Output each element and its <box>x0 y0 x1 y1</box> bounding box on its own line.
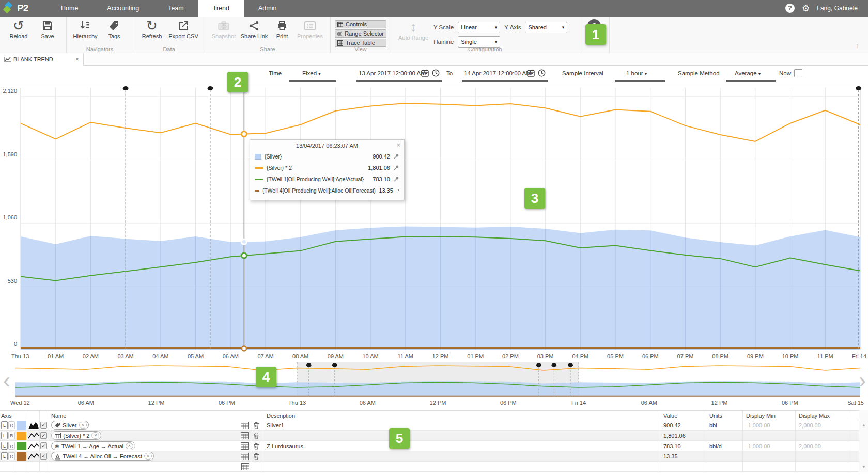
style-line-icon[interactable] <box>27 451 40 461</box>
color-swatch[interactable] <box>17 421 26 430</box>
trace-row-empty[interactable] <box>0 462 859 472</box>
style-area-icon[interactable] <box>27 420 40 430</box>
visible-checkbox[interactable]: ✓ <box>40 453 47 460</box>
visible-checkbox[interactable]: ✓ <box>40 432 47 439</box>
color-swatch[interactable] <box>17 452 26 461</box>
display-max-field[interactable]: 2,000.00 <box>796 420 848 430</box>
scroll-down-icon[interactable]: ▼ <box>862 465 866 469</box>
hierarchy-button[interactable]: Hierarchy <box>71 18 100 39</box>
menu-item-accounting[interactable]: Accounting <box>92 0 153 17</box>
clock-icon[interactable] <box>538 69 546 78</box>
refresh-label: Refresh <box>142 33 162 39</box>
style-line-icon[interactable] <box>27 441 40 451</box>
snapshot-button: Snapshot <box>209 18 238 39</box>
display-min-field[interactable] <box>743 451 796 461</box>
p2-logo-text: P2 <box>17 3 28 14</box>
color-swatch[interactable] <box>17 432 26 440</box>
display-max-field[interactable]: 2,000.00 <box>796 441 848 451</box>
trend-chart[interactable]: Thu 1301 AM02 AM03 AM04 AM05 AM06 AM07 A… <box>0 84 868 361</box>
now-checkbox[interactable] <box>794 69 802 77</box>
time-label: Time <box>269 70 282 76</box>
trash-icon[interactable] <box>253 422 259 429</box>
calculator-icon[interactable] <box>241 422 249 429</box>
y-axis-select[interactable]: Shared ▾ <box>525 22 567 33</box>
save-button[interactable]: Save <box>33 18 62 39</box>
scroll-up-icon[interactable]: ▲ <box>862 423 866 427</box>
sample-interval-dropdown[interactable]: 1 hour ▾ <box>626 70 647 76</box>
trash-icon[interactable] <box>253 442 259 450</box>
trace-chip-twell4[interactable]: TWell 4 → Alloc Oil → Forecast × <box>51 452 154 461</box>
export-csv-button[interactable]: Export CSV <box>166 18 200 39</box>
ribbon-group-view: Controls Range Selector Trace Table View <box>331 17 391 53</box>
axis-left-button[interactable]: L <box>1 452 8 460</box>
tab-close-icon[interactable]: × <box>75 56 79 63</box>
calendar-icon[interactable] <box>527 69 535 78</box>
trace-chip-silver2[interactable]: {Silver} * 2 × <box>51 431 101 440</box>
visible-checkbox[interactable]: ✓ <box>40 442 47 449</box>
visible-checkbox[interactable]: ✓ <box>40 422 47 429</box>
display-max-field[interactable] <box>796 451 848 461</box>
trash-icon[interactable] <box>253 432 259 439</box>
remove-trace-icon[interactable]: × <box>79 422 87 429</box>
svg-text:03 PM: 03 PM <box>537 353 554 359</box>
remove-trace-icon[interactable]: × <box>144 453 152 460</box>
color-swatch[interactable] <box>17 442 26 450</box>
pin-icon[interactable] <box>393 153 399 160</box>
calculator-icon[interactable] <box>241 453 249 460</box>
display-min-field[interactable] <box>743 431 796 440</box>
axis-right-button[interactable]: R <box>8 421 15 429</box>
remove-trace-icon[interactable]: × <box>91 432 99 439</box>
pin-icon[interactable] <box>393 176 399 182</box>
menu-item-team[interactable]: Team <box>153 0 198 17</box>
svg-text:06 AM: 06 AM <box>641 400 657 406</box>
reload-label: Reload <box>10 33 28 39</box>
axis-right-button[interactable]: R <box>8 452 15 460</box>
refresh-button[interactable]: ↻ Refresh <box>137 18 166 39</box>
display-min-field[interactable]: -1,000.00 <box>743 441 796 451</box>
trace-chip-silver[interactable]: Silver × <box>51 421 89 430</box>
reload-button[interactable]: ↺ Reload <box>4 18 33 39</box>
pin-icon[interactable] <box>393 165 399 171</box>
menu-item-trend[interactable]: Trend <box>198 0 244 17</box>
from-date-field[interactable]: 13 Apr 2017 12:00:00 AM <box>359 70 426 76</box>
axis-left-button[interactable]: L <box>1 432 8 439</box>
display-min-field[interactable]: -1,000.00 <box>743 420 796 430</box>
clock-icon[interactable] <box>432 69 440 78</box>
print-button[interactable]: Print <box>270 18 294 39</box>
tab-blank-trend[interactable]: BLANK TREND × <box>0 53 84 66</box>
calculator-icon[interactable] <box>241 463 249 470</box>
menu-item-home[interactable]: Home <box>47 0 92 17</box>
menu-item-admin[interactable]: Admin <box>244 0 291 17</box>
pin-icon[interactable] <box>396 187 399 194</box>
remove-trace-icon[interactable]: × <box>126 442 133 449</box>
help-circle-icon[interactable]: ? <box>785 4 795 13</box>
to-date-field[interactable]: 14 Apr 2017 12:00:00 AM <box>464 70 531 76</box>
range-selector[interactable]: Wed 1206 AM12 PM06 PMThu 1306 AM12 PM06 … <box>0 361 868 410</box>
tooltip-close-icon[interactable]: × <box>397 141 400 149</box>
time-mode-dropdown[interactable]: Fixed ▾ <box>302 70 321 76</box>
axis-left-button[interactable]: L <box>1 442 8 450</box>
trace-units <box>706 431 743 440</box>
trace-chip-twell1[interactable]: ◉ TWell 1 → Age → Actual × <box>51 441 135 450</box>
trash-icon[interactable] <box>253 453 259 460</box>
sample-method-dropdown[interactable]: Average ▾ <box>735 70 761 76</box>
collapse-ribbon-icon[interactable]: ↑ <box>856 42 859 50</box>
axis-left-button[interactable]: L <box>1 421 8 429</box>
share-link-button[interactable]: Share Link <box>238 18 270 39</box>
axis-right-button[interactable]: R <box>8 432 15 439</box>
settings-gear-icon[interactable]: ⚙ <box>802 4 810 13</box>
p2-logo[interactable]: P2 <box>0 0 36 17</box>
svg-text:01 AM: 01 AM <box>48 353 64 359</box>
user-menu[interactable]: Lang, Gabriele <box>817 5 858 12</box>
tags-button[interactable]: Tags <box>100 18 129 39</box>
table-scrollbar[interactable]: ▲ ▼ <box>859 410 868 472</box>
controls-toggle[interactable]: Controls <box>335 20 386 28</box>
calculator-icon[interactable] <box>241 432 249 439</box>
display-max-field[interactable] <box>796 431 848 440</box>
style-line-icon[interactable] <box>27 431 40 440</box>
y-scale-select[interactable]: Linear ▾ <box>458 22 500 33</box>
axis-right-button[interactable]: R <box>8 442 15 450</box>
calculator-icon[interactable] <box>241 442 249 450</box>
range-selector-toggle[interactable]: Range Selector <box>335 29 386 38</box>
calendar-icon[interactable] <box>421 69 429 78</box>
